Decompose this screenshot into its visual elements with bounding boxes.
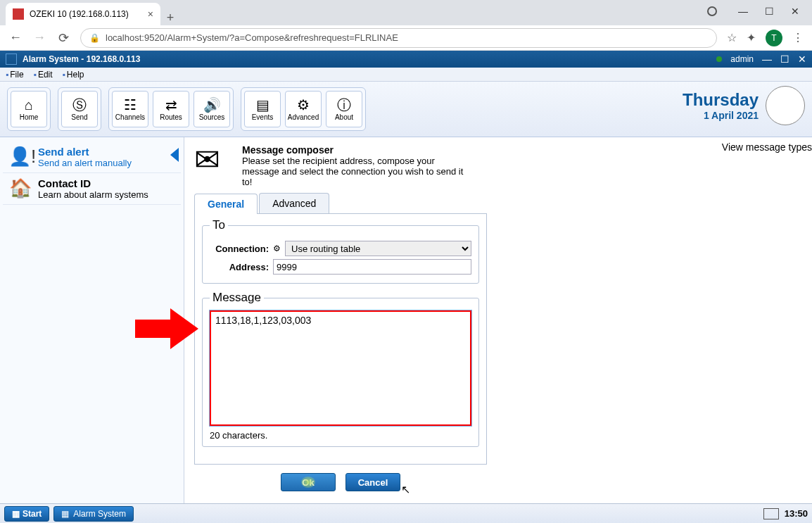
taskbar-app-button[interactable]: ▦ Alarm System [53,506,134,522]
cancel-button[interactable]: Cancel [345,473,400,491]
app-icon [6,53,17,65]
menu-help[interactable]: ▪Help [63,70,84,80]
extensions-icon[interactable]: ✦ [747,31,756,44]
sources-button[interactable]: 🔊Sources [194,91,230,127]
form-panel: To Connection: ⚙ Use routing table Addre… [194,214,487,465]
date-weekday: Thursday [683,90,759,110]
url-text: localhost:9520/Alarm+System/?a=Compose&r… [106,32,398,43]
advanced-button[interactable]: ⚙Advanced [285,91,322,127]
events-button[interactable]: ▤Events [244,91,281,127]
to-fieldset: To Connection: ⚙ Use routing table Addre… [202,218,479,284]
app-close-button[interactable]: ✕ [798,53,806,65]
browser-url-bar: ← → ⟳ 🔒 localhost:9520/Alarm+System/?a=C… [0,25,812,51]
menu-file[interactable]: ▪File [6,70,24,80]
send-icon: Ⓢ [72,98,87,112]
address-bar[interactable]: 🔒 localhost:9520/Alarm+System/?a=Compose… [80,28,717,48]
toolbar: ⌂Home ⓈSend ☷Channels ⇄Routes 🔊Sources ▤… [0,82,812,137]
date-full: 1 April 2021 [683,110,759,121]
sidebar-item-title: Contact ID [38,177,148,189]
home-button[interactable]: ⌂Home [11,91,47,127]
composer-title: Message composer [242,144,467,156]
sidebar-pointer-icon [170,148,179,162]
routes-button[interactable]: ⇄Routes [153,91,189,127]
about-button[interactable]: ⓘAbout [326,91,362,127]
address-input[interactable] [273,259,471,275]
window-controls: — ☐ ✕ [694,0,812,23]
profile-avatar[interactable]: T [766,30,782,46]
app-minimize-button[interactable]: — [762,53,772,65]
taskbar: ▦ Start ▦ Alarm System 13:50 [0,503,812,523]
tab-general[interactable]: General [194,194,258,214]
menu-bar: ▪File ▪Edit ▪Help [0,68,812,82]
gear-icon: ⚙ [297,98,310,112]
person-alert-icon: 👤! [8,146,32,168]
home-icon: ⌂ [25,98,33,112]
channels-icon: ☷ [124,98,137,112]
sidebar-item-contact-id[interactable]: 🏠 Contact ID Learn about alarm systems [3,173,181,205]
house-icon: 🏠 [8,177,32,200]
sidebar-item-title: Send alert [38,146,132,158]
message-textarea[interactable] [210,310,471,426]
tab-advanced[interactable]: Advanced [259,193,329,213]
browser-tab[interactable]: OZEKI 10 (192.168.0.113) × [6,3,160,25]
account-icon[interactable] [707,6,717,16]
tab-title: OZEKI 10 (192.168.0.113) [30,9,129,19]
window-close-button[interactable]: ✕ [791,6,799,17]
status-dot-icon [716,56,722,62]
to-legend: To [210,218,228,232]
menu-edit[interactable]: ▪Edit [34,70,53,80]
taskbar-clock: 13:50 [785,508,808,519]
envelope-icon: ✉ [194,144,234,187]
clock-icon [766,86,805,125]
browser-menu-button[interactable]: ⋮ [792,31,804,44]
info-icon: ⓘ [337,98,351,112]
window-minimize-button[interactable]: — [738,6,748,17]
channels-button[interactable]: ☷Channels [112,91,148,127]
content-area: View message types ✉ Message composer Pl… [184,137,812,503]
browser-tab-strip: OZEKI 10 (192.168.0.113) × + — ☐ ✕ [0,0,812,25]
window-maximize-button[interactable]: ☐ [765,6,774,17]
send-button[interactable]: ⓈSend [61,91,98,127]
app-title: Alarm System - 192.168.0.113 [23,54,711,64]
start-button[interactable]: ▦ Start [4,506,49,522]
lock-icon: 🔒 [89,33,100,43]
keyboard-icon[interactable] [763,508,779,519]
routes-icon: ⇄ [165,98,177,112]
sidebar-item-sub: Learn about alarm systems [38,189,148,200]
user-name[interactable]: admin [730,54,754,64]
new-tab-button[interactable]: + [160,11,180,25]
ok-button[interactable]: Ok [281,473,336,491]
nav-reload-button[interactable]: ⟳ [56,30,70,46]
sidebar-item-sub: Send an alert manually [38,158,132,168]
composer-description: Please set the recipient address, compos… [242,156,467,187]
sidebar-item-send-alert[interactable]: 👤! Send alert Send an alert manually [3,141,181,173]
bookmark-star-icon[interactable]: ☆ [727,31,737,44]
events-icon: ▤ [256,98,269,112]
app-title-bar: Alarm System - 192.168.0.113 admin — ☐ ✕ [0,51,812,68]
nav-back-button[interactable]: ← [8,30,23,45]
message-fieldset: Message 20 characters. [202,291,479,447]
connection-label: Connection: [210,244,269,254]
connection-select[interactable]: Use routing table [285,241,471,256]
date-widget: Thursday 1 April 2021 [683,86,805,125]
app-maximize-button[interactable]: ☐ [780,53,789,65]
annotation-arrow-icon [135,308,202,349]
view-message-types-link[interactable]: View message types [722,141,812,153]
tab-close-button[interactable]: × [148,8,153,20]
sources-icon: 🔊 [203,98,221,112]
message-legend: Message [210,291,264,305]
nav-forward-button[interactable]: → [32,30,46,45]
char-counter: 20 characters. [210,430,471,441]
gear-small-icon: ⚙ [273,244,281,253]
tab-favicon-icon [13,8,24,20]
address-label: Address: [210,262,269,272]
